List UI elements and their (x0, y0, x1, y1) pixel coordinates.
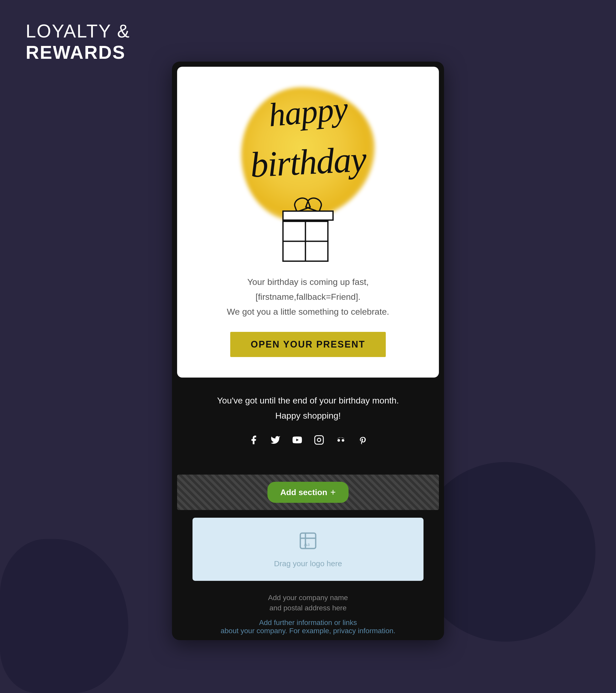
pinterest-icon[interactable] (356, 434, 369, 446)
footer-company-line2: and postal address here (193, 604, 423, 612)
logo-line1: LOYALTY & (26, 21, 130, 41)
add-section-bar: Add section (177, 475, 439, 510)
svg-rect-1 (315, 436, 323, 444)
logo-drag-icon: Aa (298, 531, 318, 555)
body-line2: We got you a little something to celebra… (198, 304, 418, 319)
logo-drag-area[interactable]: Aa Drag your logo here (193, 518, 423, 581)
youtube-icon[interactable] (291, 434, 304, 446)
svg-point-3 (337, 439, 340, 442)
email-container: happy birthday Your birthday is coming u… (172, 62, 444, 640)
footer-line1: You've got until the end of your birthda… (193, 396, 423, 405)
cta-wrapper: OPEN YOUR PRESENT (230, 332, 386, 357)
social-icons-bar (193, 434, 423, 446)
gift-bow (293, 195, 323, 211)
add-section-button[interactable]: Add section (267, 482, 349, 503)
logo-area: LOYALTY & REWARDS (26, 21, 130, 63)
svg-text:Aa: Aa (304, 541, 310, 547)
cta-button[interactable]: OPEN YOUR PRESENT (230, 332, 386, 357)
body-line1: Your birthday is coming up fast, [firstn… (198, 275, 418, 304)
email-footer: You've got until the end of your birthda… (172, 383, 444, 475)
footer-links-line2: about your company. For example, privacy… (193, 627, 423, 635)
tripadvisor-icon[interactable] (334, 434, 347, 446)
card-section: happy birthday Your birthday is coming u… (177, 67, 439, 378)
facebook-icon[interactable] (247, 434, 260, 446)
instagram-icon[interactable] (313, 434, 325, 446)
illustration-area: happy birthday (198, 82, 418, 267)
twitter-icon[interactable] (269, 434, 282, 446)
gift-lid (282, 211, 334, 221)
gift-box (282, 221, 329, 262)
footer-links-line1: Add further information or links (193, 618, 423, 627)
logo-line2: REWARDS (26, 42, 130, 63)
footer-info-section: Add your company name and postal address… (172, 586, 444, 640)
svg-point-4 (342, 439, 344, 442)
bg-decoration-left (0, 539, 128, 693)
footer-line2: Happy shopping! (193, 411, 423, 421)
birthday-text: birthday (249, 138, 367, 185)
happy-text: happy (267, 89, 349, 134)
footer-company-line1: Add your company name (193, 594, 423, 602)
card-body-text: Your birthday is coming up fast, [firstn… (198, 275, 418, 319)
gift-illustration (282, 195, 334, 262)
drag-logo-text: Drag your logo here (274, 559, 342, 568)
